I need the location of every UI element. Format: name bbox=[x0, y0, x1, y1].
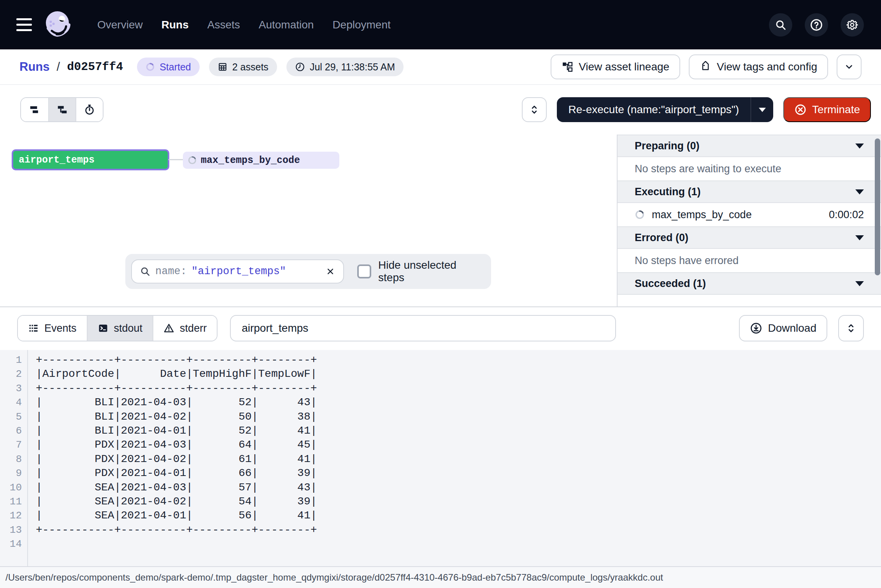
updown-icon bbox=[529, 105, 539, 115]
split-divider[interactable] bbox=[0, 306, 881, 307]
log-line: 12| SEA|2021-04-01| 56| 41| bbox=[0, 509, 881, 523]
log-step-filter-input[interactable] bbox=[230, 315, 616, 341]
tab-stdout-label: stdout bbox=[114, 322, 143, 334]
run-status-label: Started bbox=[160, 61, 191, 73]
node-connector bbox=[168, 159, 183, 160]
stdout-log-view: 1+-----------+----------+---------+-----… bbox=[0, 350, 881, 566]
clock-icon bbox=[295, 62, 305, 72]
download-icon bbox=[750, 322, 762, 334]
panel-scrollbar[interactable] bbox=[875, 138, 880, 275]
terminate-label: Terminate bbox=[812, 103, 860, 116]
nav-item-deployment[interactable]: Deployment bbox=[332, 19, 390, 31]
assets-count-label: 2 assets bbox=[232, 61, 269, 73]
section-succeeded[interactable]: Succeeded (1) bbox=[618, 272, 881, 295]
log-line: 6| BLI|2021-04-01| 52| 41| bbox=[0, 424, 881, 438]
run-id: d0257ff4 bbox=[67, 60, 123, 74]
reexecute-options-button[interactable] bbox=[751, 97, 773, 122]
view-tags-config-button[interactable]: View tags and config bbox=[689, 54, 828, 79]
step-node-label: airport_temps bbox=[19, 154, 95, 166]
search-icon bbox=[775, 19, 786, 31]
view-waterfall-button[interactable] bbox=[48, 98, 75, 121]
caret-down-icon bbox=[855, 281, 864, 286]
stopwatch-icon bbox=[84, 104, 95, 116]
help-button[interactable] bbox=[805, 13, 828, 37]
gantt-waterfall-icon bbox=[56, 104, 68, 116]
breadcrumb-runs-link[interactable]: Runs bbox=[19, 60, 50, 74]
log-line: 9| PDX|2021-04-01| 66| 39| bbox=[0, 466, 881, 480]
chevron-down-icon bbox=[759, 108, 766, 112]
section-title: Executing (1) bbox=[635, 186, 701, 198]
executing-step-elapsed: 0:00:02 bbox=[829, 209, 864, 221]
log-tabs: Events stdout stderr bbox=[17, 315, 218, 341]
caret-down-icon bbox=[855, 144, 864, 149]
steps-status-panel: Preparing (0) No steps are waiting to ex… bbox=[617, 135, 881, 306]
step-filter-input[interactable]: name:"airport_temps" bbox=[131, 259, 344, 284]
run-toolbar: Re-execute (name:"airport_temps") Termin… bbox=[0, 85, 881, 135]
gantt-graph-pane: airport_temps max_temps_by_code name:"ai… bbox=[0, 135, 617, 306]
search-button[interactable] bbox=[769, 13, 792, 37]
log-line: 5| BLI|2021-04-02| 50| 38| bbox=[0, 410, 881, 424]
download-label: Download bbox=[768, 322, 816, 334]
spinner-icon bbox=[635, 210, 645, 220]
errored-empty-row: No steps have errored bbox=[618, 249, 881, 272]
section-title: Errored (0) bbox=[635, 232, 688, 244]
clear-filter-button[interactable] bbox=[325, 266, 335, 276]
view-flat-gantt-button[interactable] bbox=[21, 98, 48, 121]
step-node-airport-temps[interactable]: airport_temps bbox=[12, 149, 169, 170]
log-file-path: /Users/ben/repos/components_demo/spark-d… bbox=[5, 572, 663, 583]
settings-gear-icon bbox=[846, 18, 859, 32]
chevron-down-icon bbox=[844, 62, 854, 72]
assets-count-badge[interactable]: 2 assets bbox=[209, 58, 277, 76]
step-node-max-temps-by-code[interactable]: max_temps_by_code bbox=[183, 152, 339, 169]
preparing-empty-row: No steps are waiting to execute bbox=[618, 157, 881, 180]
run-timestamp-badge: Jul 29, 11:38:55 AM bbox=[286, 58, 404, 76]
hide-unselected-checkbox[interactable] bbox=[357, 264, 371, 278]
section-preparing[interactable]: Preparing (0) bbox=[618, 135, 881, 157]
section-errored[interactable]: Errored (0) bbox=[618, 226, 881, 249]
download-button[interactable]: Download bbox=[739, 315, 827, 341]
nav-item-overview[interactable]: Overview bbox=[97, 19, 143, 31]
top-nav: Overview Runs Assets Automation Deployme… bbox=[0, 0, 881, 49]
nav-item-runs[interactable]: Runs bbox=[161, 19, 189, 31]
dagster-logo[interactable] bbox=[42, 8, 75, 42]
spinner-icon bbox=[146, 62, 155, 72]
reexecute-label: Re-execute (name:"airport_temps") bbox=[569, 103, 739, 116]
help-icon bbox=[810, 18, 823, 32]
tab-stderr-label: stderr bbox=[180, 322, 207, 334]
nav-item-assets[interactable]: Assets bbox=[207, 19, 240, 31]
tab-stdout[interactable]: stdout bbox=[87, 316, 153, 341]
lineage-icon bbox=[562, 61, 573, 73]
gantt-zoom-button[interactable] bbox=[522, 97, 547, 122]
stdout-terminal-icon bbox=[98, 323, 109, 334]
run-timestamp-label: Jul 29, 11:38:55 AM bbox=[310, 61, 395, 73]
settings-button[interactable] bbox=[841, 13, 864, 37]
caret-down-icon bbox=[855, 235, 864, 240]
executing-step-name: max_temps_by_code bbox=[652, 209, 752, 221]
terminate-button[interactable]: Terminate bbox=[783, 97, 871, 122]
view-asset-lineage-button[interactable]: View asset lineage bbox=[551, 54, 680, 79]
hamburger-icon[interactable] bbox=[16, 18, 32, 31]
step-node-label: max_temps_by_code bbox=[201, 155, 300, 166]
reexecute-button[interactable]: Re-execute (name:"airport_temps") bbox=[557, 97, 751, 122]
log-line: 11| SEA|2021-04-02| 54| 39| bbox=[0, 495, 881, 509]
updown-icon bbox=[846, 323, 856, 333]
executing-step-row[interactable]: max_temps_by_code 0:00:02 bbox=[618, 203, 881, 226]
section-title: Succeeded (1) bbox=[635, 278, 706, 290]
header-more-button[interactable] bbox=[837, 54, 862, 79]
section-executing[interactable]: Executing (1) bbox=[618, 180, 881, 203]
log-line: 4| BLI|2021-04-03| 52| 43| bbox=[0, 396, 881, 410]
terminate-icon bbox=[794, 103, 807, 116]
events-list-icon bbox=[28, 323, 39, 334]
stderr-warning-icon bbox=[163, 323, 174, 334]
log-expand-button[interactable] bbox=[838, 315, 864, 341]
log-line: 7| PDX|2021-04-03| 64| 45| bbox=[0, 438, 881, 452]
view-timer-button[interactable] bbox=[75, 98, 103, 121]
nav-item-automation[interactable]: Automation bbox=[259, 19, 314, 31]
view-mode-toggle bbox=[20, 97, 104, 122]
tab-events[interactable]: Events bbox=[18, 316, 87, 341]
tab-stderr[interactable]: stderr bbox=[153, 316, 217, 341]
log-toolbar: Events stdout stderr bbox=[17, 315, 864, 341]
log-line: 2|AirportCode| Date|TempHighF|TempLowF| bbox=[0, 367, 881, 381]
assets-grid-icon bbox=[218, 62, 228, 72]
filter-value: "airport_temps" bbox=[191, 266, 286, 277]
